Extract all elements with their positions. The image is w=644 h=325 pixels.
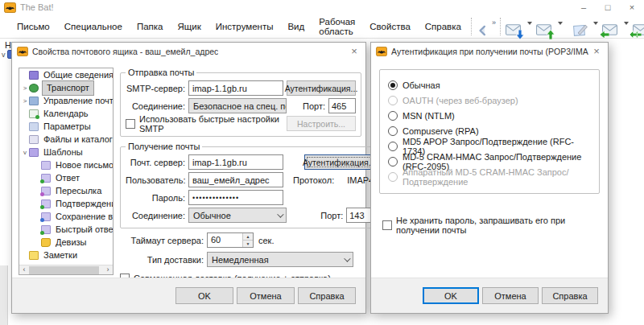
tree-item-reply[interactable]: Ответ <box>19 171 113 184</box>
tree-item-notes[interactable]: Заметки <box>19 249 113 261</box>
tree-item-label: Быстрый ответ <box>54 224 114 234</box>
dialog-titlebar[interactable]: Аутентификация при получении почты (POP3… <box>371 43 608 60</box>
help-button[interactable]: Справка <box>298 287 356 304</box>
menu-view[interactable]: Вид <box>280 22 312 31</box>
radio-icon[interactable] <box>388 157 398 167</box>
smtp-connection-select[interactable]: Безопасное на спец. порт (TLS) <box>188 98 287 113</box>
reply-dropdown-icon[interactable] <box>624 22 629 25</box>
expander-icon[interactable]: v <box>21 149 29 156</box>
menu-letter[interactable]: Письмо <box>10 22 57 31</box>
compose-button[interactable] <box>571 16 591 37</box>
radio-icon[interactable] <box>388 111 398 121</box>
settings-tree: Общие сведения >Транспорт >Управление по… <box>19 68 114 275</box>
expander-icon[interactable]: > <box>21 97 29 105</box>
transport-icon <box>29 84 39 93</box>
auth-option-msn-ntlm[interactable]: MSN (NTLM) <box>388 108 591 123</box>
tree-item-new-message[interactable]: Новое письмо <box>19 158 113 171</box>
receiving-group: Получение почты Почт. сервер: imap-1.1gb… <box>120 142 379 228</box>
server-timeout-value[interactable]: 60 <box>208 233 242 247</box>
tree-item-save-to-file[interactable]: Сохранение в файл <box>19 210 113 223</box>
minimize-button[interactable]: – <box>572 0 596 14</box>
server-timeout-label: Таймаут сервера: <box>120 236 204 245</box>
options-icon <box>29 122 39 131</box>
tree-item-calendar[interactable]: Календарь <box>19 107 113 120</box>
no-store-password-row[interactable]: Не хранить пароль, запрашивать его при п… <box>382 216 600 235</box>
menu-workspace[interactable]: Рабочая область <box>312 17 362 36</box>
save-to-file-icon <box>41 212 51 221</box>
tree-item-templates[interactable]: vШаблоны <box>19 146 113 158</box>
smtp-server-input[interactable]: imap-1.1gb.ru <box>188 80 283 96</box>
reply-button[interactable] <box>600 16 621 37</box>
delivery-type-select[interactable]: Немедленная <box>207 252 353 267</box>
cancel-button[interactable]: Отмена <box>237 287 295 304</box>
tree-item-quick-reply[interactable]: Быстрый ответ <box>19 223 113 236</box>
send-mail-dropdown-icon[interactable] <box>558 22 563 25</box>
close-button[interactable]: × <box>620 0 644 14</box>
user-input[interactable]: ваш_емейл_адрес <box>188 172 283 187</box>
double-arrow-left-icon <box>630 31 639 39</box>
receive-mail-dropdown-icon[interactable] <box>527 22 532 25</box>
radio-icon[interactable] <box>388 142 398 151</box>
tree-item-files[interactable]: Файлы и каталоги <box>19 133 113 146</box>
stepper-up-icon[interactable]: ▲ <box>243 233 253 241</box>
tree-horizontal-scrollbar[interactable]: ‹ › <box>19 265 113 274</box>
server-timeout-stepper[interactable]: 60 ▲▼ <box>207 232 254 248</box>
back-button[interactable] <box>474 16 491 37</box>
cancel-button[interactable]: Отмена <box>482 287 539 304</box>
auth-option-hardware-md5: Аппаратный MD-5 CRAM-HMAC Запрос/Подтвер… <box>388 169 591 184</box>
read-confirmation-icon <box>41 200 51 208</box>
tree-item-label: Пересылка <box>54 186 103 195</box>
reply-all-button[interactable] <box>630 16 644 37</box>
radio-selected-icon[interactable] <box>388 80 398 90</box>
tree-item-mail-management[interactable]: >Управление почтой <box>19 94 113 107</box>
receive-authentication-button[interactable]: Аутентификация... <box>304 154 374 170</box>
receive-mail-button[interactable] <box>503 16 525 37</box>
close-icon[interactable]: × <box>588 45 605 57</box>
password-label: Пароль: <box>126 193 185 203</box>
expander-icon[interactable]: > <box>21 84 29 92</box>
scrollbar-thumb[interactable] <box>29 266 99 274</box>
mail-server-input[interactable]: imap-1.1gb.ru <box>188 154 283 170</box>
chevron-down-icon[interactable]: v <box>2 51 6 59</box>
close-icon[interactable]: × <box>346 45 362 57</box>
compose-dropdown-icon[interactable] <box>593 22 598 25</box>
tree-item-label: Шаблоны <box>42 147 85 157</box>
help-button[interactable]: Справка <box>542 287 598 304</box>
tree-item-transport[interactable]: >Транспорт <box>19 81 113 94</box>
ok-button[interactable]: OK <box>175 287 233 304</box>
stepper-down-icon[interactable]: ▼ <box>243 241 253 247</box>
scroll-right-icon[interactable]: › <box>103 265 113 274</box>
scroll-left-icon[interactable]: ‹ <box>19 265 29 274</box>
menu-help[interactable]: Справка <box>418 22 469 31</box>
menu-tools[interactable]: Инструменты <box>208 22 281 31</box>
toolbar-overflow-icon[interactable]: » <box>492 19 496 27</box>
receive-port-label: Порт: <box>320 211 343 220</box>
smtp-port-input[interactable]: 465 <box>328 98 356 113</box>
auth-option-regular[interactable]: Обычная <box>388 77 591 93</box>
quick-reply-icon <box>41 225 51 234</box>
maximize-button[interactable]: □ <box>596 0 620 14</box>
tree-item-options[interactable]: Параметры <box>19 120 113 133</box>
password-input[interactable]: •••••••••••••• <box>188 190 283 205</box>
tree-item-label: Календарь <box>42 109 90 118</box>
receive-connection-select[interactable]: Обычное <box>188 208 287 223</box>
quick-smtp-checkbox[interactable] <box>126 119 135 129</box>
tree-item-label: Девизы <box>54 237 89 247</box>
radio-icon[interactable] <box>388 126 398 136</box>
arrow-down-icon <box>515 31 525 39</box>
menu-properties[interactable]: Свойства <box>362 22 418 31</box>
menu-folder[interactable]: Папка <box>130 22 171 31</box>
tree-item-read-confirmation[interactable]: Подтверждение прочте <box>19 197 113 210</box>
ok-button[interactable]: OK <box>423 287 479 304</box>
smtp-authentication-button[interactable]: Аутентификация... <box>287 80 356 96</box>
tree-item-label: Общие сведения <box>42 70 114 80</box>
no-store-password-checkbox[interactable] <box>382 220 392 230</box>
menu-mailbox[interactable]: Ящик <box>171 22 208 31</box>
files-folders-icon <box>29 135 39 144</box>
dialog-titlebar[interactable]: Свойства почтового ящика - ваш_емейл_адр… <box>12 43 365 60</box>
tree-item-forwarding[interactable]: Пересылка <box>19 184 113 197</box>
tree-item-mottos[interactable]: Девизы <box>19 236 113 249</box>
menu-special[interactable]: Специальное <box>57 22 130 31</box>
send-mail-button[interactable] <box>534 16 555 37</box>
calendar-icon <box>29 109 39 118</box>
